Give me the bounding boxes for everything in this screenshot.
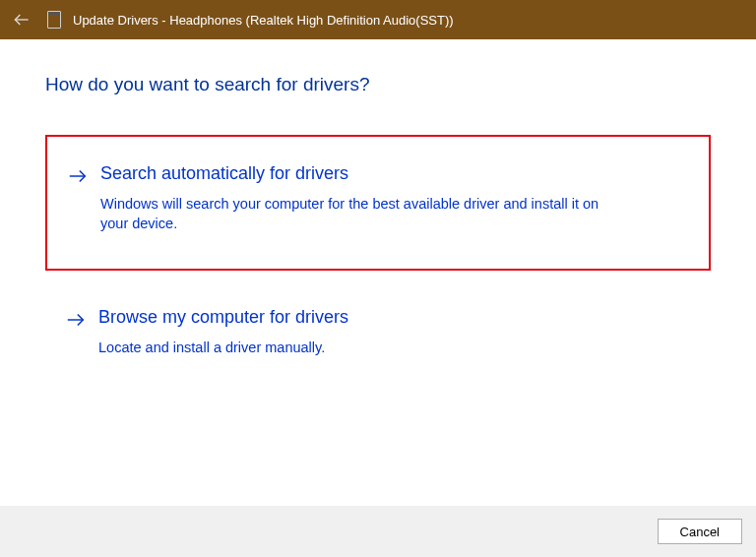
back-button[interactable] xyxy=(8,6,35,33)
content-area: How do you want to search for drivers? S… xyxy=(0,39,756,382)
arrow-right-icon xyxy=(65,309,87,335)
page-heading: How do you want to search for drivers? xyxy=(45,74,711,95)
option-description: Locate and install a driver manually. xyxy=(98,339,610,358)
titlebar: Update Drivers - Headphones (Realtek Hig… xyxy=(0,0,756,39)
option-title: Browse my computer for drivers xyxy=(98,306,348,329)
cancel-button[interactable]: Cancel xyxy=(658,519,742,544)
option-browse-computer[interactable]: Browse my computer for drivers Locate an… xyxy=(45,288,711,382)
option-description: Windows will search your computer for th… xyxy=(100,195,612,233)
device-icon xyxy=(47,11,61,29)
arrow-left-icon xyxy=(12,10,32,30)
option-search-automatically[interactable]: Search automatically for drivers Windows… xyxy=(45,135,711,271)
footer: Cancel xyxy=(0,506,756,557)
option-title: Search automatically for drivers xyxy=(100,162,348,185)
arrow-right-icon xyxy=(67,165,89,191)
window-title: Update Drivers - Headphones (Realtek Hig… xyxy=(73,13,454,28)
